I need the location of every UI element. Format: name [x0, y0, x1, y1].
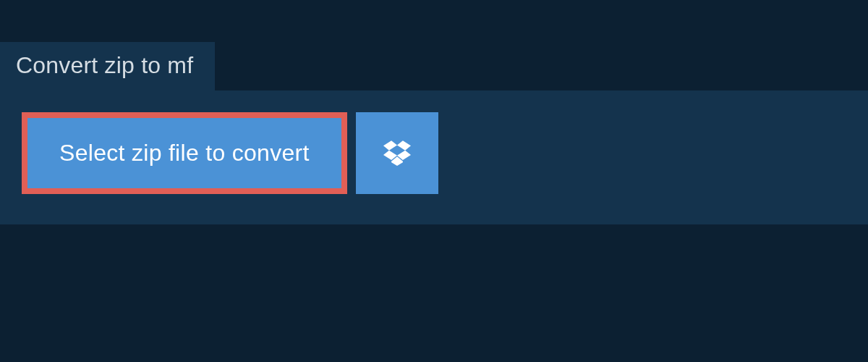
select-file-button[interactable]: Select zip file to convert: [22, 112, 347, 194]
tab-title: Convert zip to mf: [16, 52, 193, 78]
tab-bar: Convert zip to mf: [0, 0, 868, 90]
select-file-label: Select zip file to convert: [59, 140, 310, 167]
button-row: Select zip file to convert: [22, 112, 846, 194]
tab-convert[interactable]: Convert zip to mf: [0, 42, 215, 90]
convert-panel: Select zip file to convert: [0, 90, 868, 224]
dropbox-button[interactable]: [356, 112, 438, 194]
dropbox-icon: [383, 138, 411, 169]
